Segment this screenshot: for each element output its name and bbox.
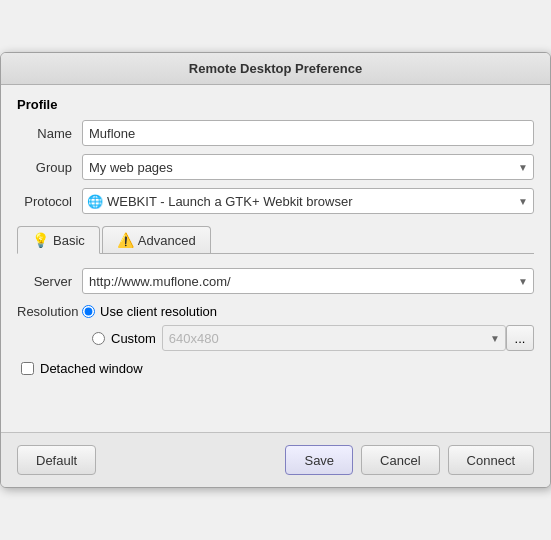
tab-basic[interactable]: 💡 Basic [17,226,100,254]
use-client-radio[interactable] [82,305,95,318]
protocol-select[interactable]: WEBKIT - Launch a GTK+ Webkit browser [82,188,534,214]
tab-advanced-label: Advanced [138,233,196,248]
server-label: Server [17,274,82,289]
resolution-row: Resolution Use client resolution [17,304,534,319]
detached-label[interactable]: Detached window [40,361,143,376]
save-button[interactable]: Save [285,445,353,475]
tab-basic-content: Server http://www.muflone.com/ ▼ Resolut… [17,254,534,376]
title-bar: Remote Desktop Preference [1,53,550,85]
connect-button[interactable]: Connect [448,445,534,475]
name-row: Name [17,120,534,146]
resolution-label: Resolution [17,304,82,319]
custom-size-select-wrapper: 640x480 ▼ [162,325,506,351]
resolution-section: Resolution Use client resolution Custom … [17,304,534,351]
detached-checkbox[interactable] [21,362,34,375]
connect-label: Connect [467,453,515,468]
group-select-wrapper: My web pages Default ▼ [82,154,534,180]
group-row: Group My web pages Default ▼ [17,154,534,180]
name-label: Name [17,126,82,141]
default-button[interactable]: Default [17,445,96,475]
footer-right-buttons: Save Cancel Connect [285,445,534,475]
custom-radio-label[interactable]: Custom [92,331,156,346]
save-label: Save [304,453,334,468]
use-client-radio-label[interactable]: Use client resolution [82,304,217,319]
custom-resolution-row: Custom 640x480 ▼ ... [92,325,534,351]
warning-icon: ⚠️ [117,232,134,248]
cancel-button[interactable]: Cancel [361,445,439,475]
name-input[interactable] [82,120,534,146]
dots-label: ... [515,331,526,346]
footer: Default Save Cancel Connect [1,432,550,487]
tab-advanced[interactable]: ⚠️ Advanced [102,226,211,253]
use-client-label: Use client resolution [100,304,217,319]
custom-size-select[interactable]: 640x480 [162,325,506,351]
group-select[interactable]: My web pages Default [82,154,534,180]
tabs: 💡 Basic ⚠️ Advanced [17,226,534,254]
server-select-wrapper: http://www.muflone.com/ ▼ [82,268,534,294]
bulb-icon: 💡 [32,232,49,248]
profile-section-label: Profile [17,97,534,112]
protocol-select-wrapper: WEBKIT - Launch a GTK+ Webkit browser ▼ … [82,188,534,214]
dialog-title: Remote Desktop Preference [189,61,362,76]
dots-button[interactable]: ... [506,325,534,351]
default-label: Default [36,453,77,468]
custom-label: Custom [111,331,156,346]
server-row: Server http://www.muflone.com/ ▼ [17,268,534,294]
protocol-row: Protocol WEBKIT - Launch a GTK+ Webkit b… [17,188,534,214]
dialog: Remote Desktop Preference Profile Name G… [0,52,551,488]
tab-basic-label: Basic [53,233,85,248]
custom-radio[interactable] [92,332,105,345]
detached-row: Detached window [21,361,534,376]
protocol-label: Protocol [17,194,82,209]
server-select[interactable]: http://www.muflone.com/ [82,268,534,294]
group-label: Group [17,160,82,175]
cancel-label: Cancel [380,453,420,468]
